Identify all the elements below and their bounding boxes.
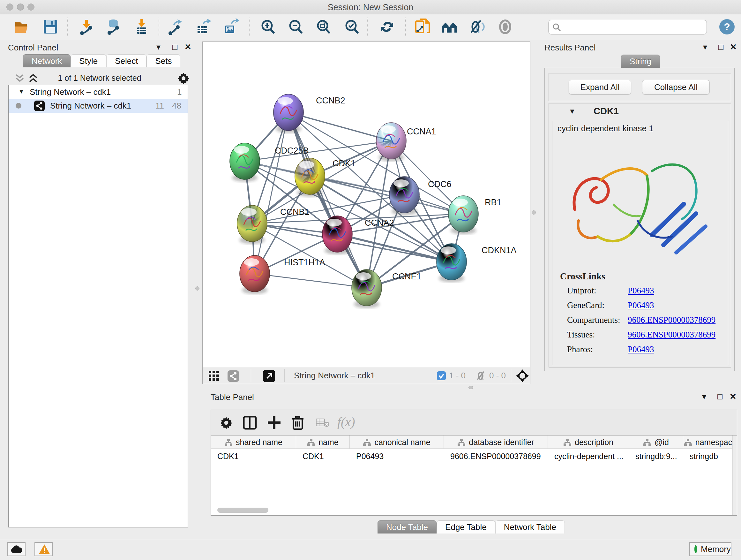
search-input[interactable] <box>563 21 700 33</box>
table-panel-close-icon[interactable]: ✕ <box>730 392 737 401</box>
tab-string[interactable]: String <box>621 55 660 68</box>
gene-expander-icon[interactable]: ▼ <box>569 107 576 116</box>
expand-all-icon[interactable] <box>28 73 39 83</box>
title-bar: Session: New Session <box>0 0 741 14</box>
table-cell[interactable]: cyclin-dependent ... <box>548 450 629 462</box>
table-panel-float-icon[interactable]: ▾ <box>702 392 706 401</box>
table-cell[interactable]: 9606.ENSP00000378699 <box>444 450 548 462</box>
network-node-ccne1[interactable]: CCNE1 <box>352 269 421 308</box>
control-panel-close-icon[interactable]: ✕ <box>185 42 192 52</box>
crosslink-link[interactable]: P06493 <box>628 300 654 310</box>
results-panel-close-icon[interactable]: ✕ <box>730 42 737 52</box>
duplicate-network-icon[interactable] <box>414 18 431 35</box>
collapse-all-icon[interactable] <box>14 73 25 83</box>
network-edge[interactable] <box>255 273 367 288</box>
warning-button[interactable] <box>35 542 53 556</box>
left-splitter-handle[interactable] <box>195 287 199 291</box>
network-type-icon[interactable] <box>227 370 239 382</box>
apply-layout-icon[interactable] <box>379 18 395 35</box>
column-header-description[interactable]: description <box>548 435 629 449</box>
show-columns-icon[interactable] <box>243 416 257 430</box>
export-table-icon[interactable] <box>195 18 212 35</box>
network-node-cdk1[interactable]: CDK1 <box>295 158 355 197</box>
table-cell[interactable]: CDK1 <box>211 450 296 462</box>
crosslink-label: Compartments: <box>567 315 620 325</box>
network-row[interactable]: String Network – cdk1 11 48 <box>9 99 188 113</box>
table-options-gear-icon[interactable] <box>220 416 232 429</box>
delete-column-icon[interactable] <box>291 415 305 430</box>
column-header-shared-name[interactable]: shared name <box>211 435 296 449</box>
crosslink-link[interactable]: P06493 <box>628 286 654 296</box>
collection-expander-icon[interactable]: ▼ <box>18 88 24 95</box>
column-header-canonical-name[interactable]: canonical name <box>350 435 444 449</box>
expand-all-button[interactable]: Expand All <box>569 80 631 95</box>
hide-selected-icon[interactable] <box>468 18 485 35</box>
import-table-file-icon[interactable] <box>133 18 150 35</box>
crosslink-link[interactable]: 9606.ENSP00000378699 <box>628 330 716 340</box>
tab-style[interactable]: Style <box>71 54 106 67</box>
zoom-out-icon[interactable] <box>287 18 304 35</box>
column-header--id[interactable]: @id <box>629 435 683 449</box>
import-network-database-icon[interactable] <box>105 18 122 35</box>
column-header-name[interactable]: name <box>296 435 350 449</box>
tab-node-table[interactable]: Node Table <box>378 520 436 534</box>
network-graph[interactable]: CCNB2CCNA1CDC25BCDK1CDC6RB1CCNB1CCNA2CDK… <box>203 42 530 367</box>
open-session-icon[interactable] <box>14 18 30 35</box>
help-icon[interactable]: ? <box>719 18 735 35</box>
crosslink-link[interactable]: P06493 <box>628 345 654 354</box>
bottom-splitter-handle[interactable] <box>468 386 473 389</box>
network-options-gear-icon[interactable] <box>178 72 190 84</box>
zoom-selected-icon[interactable] <box>344 18 360 35</box>
tab-select[interactable]: Select <box>106 54 146 67</box>
table-horizontal-scrollbar[interactable] <box>212 508 736 513</box>
export-image-icon[interactable] <box>223 18 239 35</box>
results-panel-float-icon[interactable]: ▾ <box>703 42 707 52</box>
show-graphics-details-icon[interactable] <box>497 18 514 35</box>
network-node-cdkn1a[interactable]: CDKN1A <box>436 244 517 282</box>
first-neighbors-icon[interactable] <box>441 18 458 35</box>
network-node-cdc6[interactable]: CDC6 <box>389 177 452 215</box>
table-vertical-scrollbar[interactable] <box>732 435 737 515</box>
open-in-window-icon[interactable] <box>263 370 275 382</box>
create-column-icon[interactable] <box>267 416 281 430</box>
birds-eye-view-icon[interactable] <box>208 370 219 381</box>
save-session-icon[interactable] <box>42 18 59 35</box>
export-network-icon[interactable] <box>167 18 184 35</box>
cloud-button[interactable] <box>7 542 25 556</box>
scrollbar-thumb[interactable] <box>217 508 268 513</box>
import-network-file-icon[interactable] <box>78 18 95 35</box>
network-collection-row[interactable]: ▼ String Network – cdk1 1 <box>9 85 188 99</box>
table-cell[interactable]: stringdb <box>683 450 733 462</box>
table-cell[interactable]: P06493 <box>350 450 444 462</box>
table-cell[interactable]: stringdb:9... <box>629 450 683 462</box>
network-edge[interactable] <box>255 112 288 273</box>
crosslink-row: Pharos:P06493 <box>552 345 728 359</box>
tab-sets[interactable]: Sets <box>146 54 180 67</box>
table-panel-maximize-icon[interactable]: □ <box>718 392 723 401</box>
crosslink-link[interactable]: 9606.ENSP00000378699 <box>628 315 716 325</box>
zoom-in-icon[interactable] <box>260 18 276 35</box>
column-header-database-identifier[interactable]: database identifier <box>444 435 548 449</box>
crosslinks-heading: CrossLinks <box>560 271 605 282</box>
pan-mode-icon[interactable] <box>516 369 529 382</box>
memory-button[interactable]: Memory <box>689 542 731 556</box>
table-cell[interactable]: CDK1 <box>296 450 350 462</box>
control-panel: Control Panel ▾ □ ✕ NetworkStyleSelectSe… <box>4 42 192 535</box>
collapse-all-button[interactable]: Collapse All <box>642 80 710 95</box>
network-node-rb1[interactable]: RB1 <box>448 196 502 234</box>
column-header-namespac[interactable]: namespac <box>683 435 733 449</box>
network-canvas[interactable]: CCNB2CCNA1CDC25BCDK1CDC6RB1CCNB1CCNA2CDK… <box>202 42 530 384</box>
tab-network-table[interactable]: Network Table <box>495 520 565 534</box>
results-panel-maximize-icon[interactable]: □ <box>718 42 724 52</box>
network-node-ccnb2[interactable]: CCNB2 <box>273 94 345 133</box>
tab-edge-table[interactable]: Edge Table <box>436 520 495 534</box>
right-splitter-handle[interactable] <box>532 210 536 214</box>
control-panel-maximize-icon[interactable]: □ <box>172 42 178 52</box>
zoom-fit-content-icon[interactable] <box>315 18 332 35</box>
table-panel: Table Panel ▾ □ ✕ f(x) shared namenameca… <box>206 391 738 538</box>
table-row[interactable]: CDK1CDK1P064939606.ENSP00000378699cyclin… <box>211 450 737 462</box>
control-panel-float-icon[interactable]: ▾ <box>156 42 160 52</box>
tab-network[interactable]: Network <box>23 54 71 67</box>
selected-nodes-checkbox-icon[interactable] <box>437 371 446 380</box>
network-node-hist1h1a[interactable]: HIST1H1A <box>240 255 325 294</box>
